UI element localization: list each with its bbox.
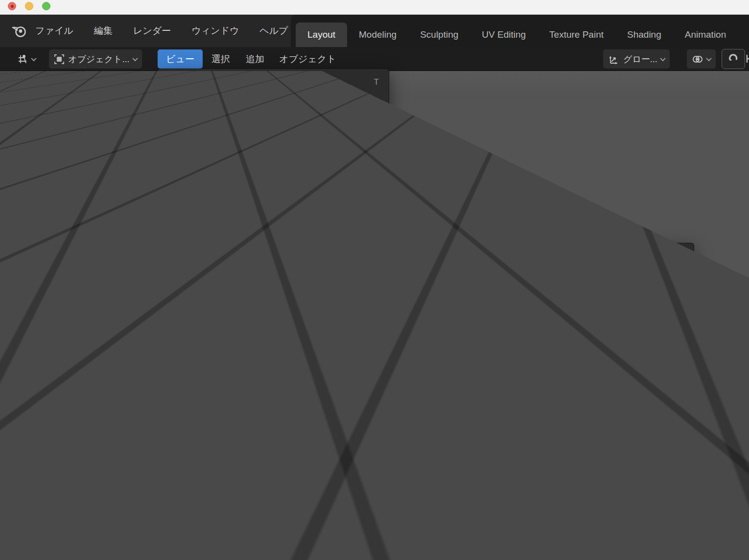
tool-scale[interactable] <box>10 246 50 279</box>
snap-target-icon <box>746 54 749 64</box>
menu-item-align-view[interactable]: 視点を揃える ▶ <box>158 313 389 333</box>
add-cube-icon <box>21 399 40 419</box>
menu-item-frame-camera-bounds[interactable]: カメラの境界に収める [Home] <box>390 287 694 308</box>
checkbox-checked-icon: ✓ <box>166 98 176 108</box>
menu-item-label: アニメーション再生 <box>191 368 340 380</box>
menu-item-tool-settings[interactable]: ✓ ツールの設定 <box>158 113 389 134</box>
menu-item-adjust-last-operation[interactable]: ✓ 最後の操作を調整 <box>158 134 389 154</box>
view-menu-button[interactable]: ビュー <box>158 49 203 69</box>
menu-item-toolbar[interactable]: ✓ ツールバー T <box>158 72 389 93</box>
menu-item-sidebar[interactable]: ✓ サイドバー N <box>158 93 389 113</box>
menu-separator <box>159 335 388 336</box>
pivot-point-dropdown[interactable] <box>687 49 716 69</box>
menu-window[interactable]: ウィンドウ <box>191 24 239 37</box>
menu-item-navigation[interactable]: 視点の操作 ▶ <box>158 292 389 313</box>
menu-item-view-regions[interactable]: ビュー領域設定 ▶ <box>158 338 389 359</box>
snap-toggle[interactable] <box>722 49 745 69</box>
viewport-projection-label: ユーザー・透視投影 <box>68 107 147 118</box>
menu-item-label: ツールバー <box>191 76 374 88</box>
menu-item-viewport-render-image[interactable]: ビューで画像をレンダリング <box>158 389 389 410</box>
menu-item-viewport-render-animation[interactable]: ビューで動画をレンダリング <box>158 410 389 430</box>
chevron-down-icon <box>31 55 36 61</box>
menu-item-perspective-orthographic[interactable]: 透視投影/平行投影 テンキー[5] <box>158 200 389 221</box>
submenu-arrow-icon: ▶ <box>375 320 382 327</box>
menu-item-frame-selected[interactable]: 選択をフレームイン テンキー[.] <box>158 159 389 180</box>
submenu-arrow-icon: ▶ <box>375 346 382 352</box>
menu-item-label: 視点の操作 <box>191 297 375 308</box>
object-menu-button[interactable]: オブジェクト <box>271 49 345 69</box>
tool-box-select[interactable] <box>10 105 50 137</box>
menu-item-shortcut: T <box>374 77 379 87</box>
orientation-label: グロー... <box>623 53 657 65</box>
transform-orientation-dropdown[interactable]: グロー... <box>603 49 670 69</box>
menu-item-shortcut: ⌘ テンキー[0] <box>630 251 684 262</box>
move-icon <box>21 185 40 204</box>
menu-render[interactable]: レンダー <box>133 24 171 37</box>
zoom-button[interactable] <box>42 2 50 10</box>
close-button[interactable] <box>8 2 16 10</box>
menu-item-play-animation[interactable]: アニメーション再生 [スペース] <box>158 364 389 384</box>
menu-separator <box>159 156 388 157</box>
tab-uv-editing[interactable]: UV Editing <box>470 23 538 47</box>
menu-item-cameras[interactable]: カメラ設定 ▶ <box>160 246 387 267</box>
menu-file[interactable]: ファイル <box>35 24 73 37</box>
tool-rotate[interactable] <box>10 212 50 244</box>
transform-icon <box>21 287 40 306</box>
menu-item-label: カメラ設定 <box>191 251 375 262</box>
menu-item-frame-all[interactable]: 全てを表示 [Home] <box>158 180 389 200</box>
tool-transform[interactable] <box>10 280 50 313</box>
tab-animation[interactable]: Animation <box>673 23 738 47</box>
menu-item-label: ツールの設定 <box>191 117 382 129</box>
tool-annotate[interactable] <box>10 320 50 352</box>
tab-shading[interactable]: Shading <box>615 23 673 47</box>
menu-item-shortcut: テンキー[5] <box>336 205 379 216</box>
menu-help[interactable]: ヘルプ <box>259 24 288 37</box>
menu-item-local-view[interactable]: ローカルビュー ▶ <box>158 221 389 241</box>
add-menu-button[interactable]: 追加 <box>237 49 273 69</box>
menu-item-viewport-render-keyframes[interactable]: ビューでキーフレームをレンダリング <box>158 430 389 451</box>
editor-type-button[interactable] <box>12 49 41 69</box>
render-animation-icon <box>166 415 177 425</box>
menu-separator <box>159 453 388 454</box>
object-mode-icon <box>54 54 65 65</box>
tab-texture-paint[interactable]: Texture Paint <box>538 23 615 47</box>
menu-item-shortcut: ⌥ [ [ ] <box>660 272 684 282</box>
submenu-arrow-icon: ▶ <box>375 254 382 260</box>
tool-measure[interactable] <box>10 354 50 386</box>
menu-item-set-active-object-as-camera[interactable]: アクティブオブジェクトをカメラに設定 ⌘ テンキー[0] <box>390 246 694 267</box>
tab-modeling[interactable]: Modeling <box>347 23 408 47</box>
tab-sculpting[interactable]: Sculpting <box>408 23 470 47</box>
menu-item-label: ビューで画像をレンダリング <box>191 394 382 405</box>
minimize-button[interactable] <box>25 2 33 10</box>
menu-item-active-camera[interactable]: アクティブカメラ ⌥ [ [ ] <box>390 267 694 287</box>
checkbox-checked-icon: ✓ <box>166 139 176 149</box>
menu-item-viewpoint[interactable]: 視点 ▶ <box>158 272 389 292</box>
blender-logo-icon <box>11 23 27 39</box>
menu-item-label: 全てを表示 <box>191 184 352 196</box>
menu-edit[interactable]: 編集 <box>94 24 113 37</box>
top-menubar: ファイル 編集 レンダー ウィンドウ ヘルプ Layout Modeling S… <box>0 15 749 47</box>
tool-move[interactable] <box>10 178 50 210</box>
macos-titlebar <box>0 0 749 15</box>
chevron-down-icon <box>660 55 665 61</box>
chevron-down-icon <box>132 55 138 61</box>
cursor-tool-icon <box>20 145 41 166</box>
3d-viewport-editor-icon <box>17 53 28 65</box>
blender-window: ファイル 編集 レンダー ウィンドウ ヘルプ Layout Modeling S… <box>0 0 749 560</box>
menu-item-label: ビューで動画をレンダリング <box>191 414 382 426</box>
tool-add-cube[interactable] <box>10 393 50 425</box>
cameras-submenu: アクティブオブジェクトをカメラに設定 ⌘ テンキー[0] アクティブカメラ ⌥ … <box>389 243 694 311</box>
snap-target-dropdown[interactable] <box>746 54 749 66</box>
workspace-tab-band: Layout Modeling Sculpting UV Editing Tex… <box>291 15 749 47</box>
menu-item-area[interactable]: エリア ▶ <box>158 456 389 476</box>
menu-item-label: 視点 <box>191 276 375 288</box>
menu-item-label: カメラの境界に収める <box>421 292 657 303</box>
box-select-icon <box>21 111 40 131</box>
menu-item-shortcut: N <box>373 98 379 108</box>
mode-dropdown[interactable]: オブジェクト... <box>49 49 142 69</box>
scale-icon <box>21 253 40 272</box>
select-menu-button[interactable]: 選択 <box>203 49 238 69</box>
menu-item-shortcut: [Home] <box>657 293 684 303</box>
tool-cursor[interactable] <box>10 140 50 172</box>
tab-layout[interactable]: Layout <box>296 23 347 47</box>
